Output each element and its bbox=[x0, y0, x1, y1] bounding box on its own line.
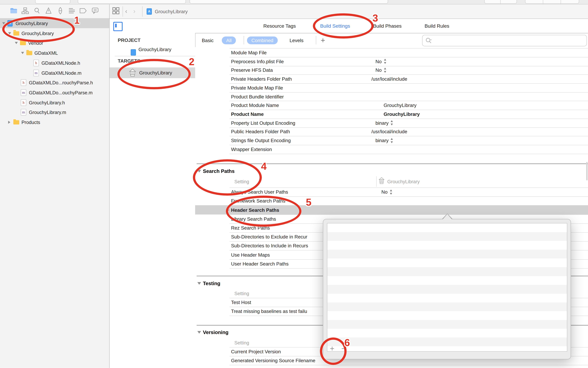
section-disclosure-icon[interactable] bbox=[197, 331, 201, 334]
navigator-row[interactable]: hGrouchyLibrary.h bbox=[0, 97, 109, 107]
toolbar-button-divider bbox=[500, 0, 501, 4]
navigator-item-label: GrouchyLibrary.m bbox=[29, 110, 66, 115]
navigator-row[interactable]: mGDataXMLNode.m bbox=[0, 68, 109, 78]
setting-value[interactable]: /usr/local/include bbox=[371, 129, 407, 135]
section-title-versioning[interactable]: Versioning bbox=[203, 330, 228, 335]
setting-label[interactable]: Product Bundle Identifier bbox=[231, 94, 284, 99]
setting-label[interactable]: Preprocess Info.plist File bbox=[231, 59, 284, 64]
project-item-icon bbox=[131, 49, 136, 55]
setting-label[interactable]: Private Module Map File bbox=[231, 85, 283, 91]
related-items-icon[interactable] bbox=[112, 7, 119, 16]
setting-label[interactable]: Module Map File bbox=[231, 50, 267, 55]
stepper-icon[interactable] bbox=[389, 189, 393, 194]
m-file-icon: m bbox=[21, 89, 26, 96]
row-separator bbox=[230, 365, 588, 365]
navigator-row[interactable]: GDataXML bbox=[0, 48, 109, 58]
row-separator bbox=[230, 66, 588, 66]
setting-value[interactable]: /usr/local/include bbox=[371, 76, 407, 82]
add-build-setting-button[interactable]: + bbox=[321, 36, 325, 45]
navigator-row[interactable]: mGDataXMLDo...ouchyParse.m bbox=[0, 88, 109, 98]
setting-value[interactable]: binary bbox=[375, 120, 394, 126]
setting-label[interactable]: Sub-Directories to Exclude in Recur bbox=[231, 234, 307, 239]
project-item[interactable]: GrouchyLibrary bbox=[138, 47, 172, 52]
navigator-row[interactable]: mGrouchyLibrary.m bbox=[0, 107, 109, 117]
navigator-item-label: GDataXMLDo...rouchyParse.h bbox=[29, 80, 93, 85]
test-navigator-icon[interactable] bbox=[57, 7, 63, 16]
forward-chevron-icon[interactable]: › bbox=[133, 8, 136, 15]
row-separator bbox=[230, 57, 588, 57]
tab-resource-tags[interactable]: Resource Tags bbox=[263, 23, 296, 29]
stepper-icon[interactable] bbox=[383, 59, 387, 64]
annotation-number-4: 4 bbox=[261, 161, 267, 172]
h-file-icon: h bbox=[33, 60, 39, 66]
setting-label[interactable]: Product Module Name bbox=[231, 102, 279, 108]
filter-all[interactable]: All bbox=[222, 36, 236, 44]
setting-value[interactable]: GrouchyLibrary bbox=[384, 102, 416, 108]
annotation-ellipse-1 bbox=[2, 16, 75, 42]
settings-scrollbar[interactable] bbox=[586, 162, 588, 180]
project-doc-icon: A bbox=[147, 9, 152, 15]
toolbar-button-sliver bbox=[525, 0, 579, 4]
stepper-icon[interactable] bbox=[383, 68, 387, 73]
breakpoint-navigator-icon[interactable] bbox=[80, 8, 87, 15]
stepper-icon[interactable] bbox=[390, 120, 394, 126]
popover-value-table[interactable] bbox=[327, 223, 567, 352]
column-header-target: GrouchyLibrary bbox=[387, 179, 420, 184]
setting-label[interactable]: Wrapper Extension bbox=[231, 147, 272, 152]
row-separator bbox=[230, 136, 588, 137]
folder-icon bbox=[20, 41, 26, 45]
setting-label[interactable]: Generated Versioning Source Filename bbox=[231, 358, 315, 363]
issue-navigator-icon[interactable] bbox=[45, 7, 52, 16]
target-library-icon bbox=[379, 177, 385, 186]
row-separator bbox=[230, 196, 588, 197]
section-separator bbox=[197, 163, 588, 164]
symbol-navigator-icon[interactable] bbox=[22, 7, 29, 16]
disclosure-down-icon[interactable] bbox=[21, 52, 24, 54]
project-navigator: AGrouchyLibraryGrouchyLibraryVendorGData… bbox=[0, 19, 109, 368]
toolbar-button-sliver bbox=[190, 0, 388, 4]
navigator-row[interactable]: hGDataXMLDo...rouchyParse.h bbox=[0, 78, 109, 88]
disclosure-down-icon[interactable] bbox=[15, 42, 18, 44]
find-navigator-icon[interactable] bbox=[34, 7, 40, 16]
setting-label[interactable]: Public Headers Folder Path bbox=[231, 129, 290, 135]
disclosure-down-icon[interactable] bbox=[2, 22, 5, 24]
setting-label[interactable]: Sub-Directories to Include in Recurs bbox=[231, 243, 308, 248]
section-disclosure-icon[interactable] bbox=[197, 282, 201, 285]
editor-pane-toggle-icon[interactable] bbox=[113, 22, 123, 31]
disclosure-right-icon[interactable] bbox=[8, 121, 10, 124]
setting-label[interactable]: Preserve HFS Data bbox=[231, 67, 273, 73]
setting-label[interactable]: Test Host bbox=[231, 300, 251, 305]
setting-value[interactable]: GrouchyLibrary bbox=[384, 111, 420, 117]
annotation-ellipse-2 bbox=[117, 59, 191, 89]
project-navigator-icon[interactable] bbox=[10, 8, 18, 15]
section-title-testing[interactable]: Testing bbox=[203, 281, 220, 286]
setting-label[interactable]: Treat missing baselines as test failu bbox=[231, 308, 307, 314]
setting-label[interactable]: Strings file Output Encoding bbox=[231, 138, 291, 143]
setting-label[interactable]: Current Project Version bbox=[231, 349, 281, 354]
tab-build-rules[interactable]: Build Rules bbox=[425, 23, 449, 29]
search-input[interactable] bbox=[422, 35, 587, 46]
stepper-icon[interactable] bbox=[390, 138, 394, 143]
setting-value[interactable]: No bbox=[375, 59, 387, 64]
setting-label[interactable]: Private Headers Folder Path bbox=[231, 76, 292, 82]
filter-combined[interactable]: Combined bbox=[247, 36, 278, 44]
back-chevron-icon[interactable]: ‹ bbox=[125, 8, 127, 15]
setting-label[interactable]: Property List Output Encoding bbox=[231, 120, 295, 126]
setting-value[interactable]: No bbox=[375, 67, 387, 73]
debug-navigator-icon[interactable] bbox=[69, 8, 75, 15]
main-toolbar-bottom-sliver bbox=[0, 0, 588, 4]
filter-basic[interactable]: Basic bbox=[202, 37, 214, 43]
row-separator bbox=[230, 83, 588, 84]
navigator-row[interactable]: Products bbox=[0, 117, 109, 127]
setting-value[interactable]: binary bbox=[375, 138, 394, 143]
setting-label[interactable]: Product Name bbox=[231, 111, 264, 117]
navigator-row[interactable]: hGDataXMLNode.h bbox=[0, 58, 109, 68]
setting-value[interactable]: No bbox=[381, 189, 393, 195]
navigator-and-jump-bar: ‹ › A GrouchyLibrary bbox=[0, 4, 588, 19]
toolbar-button-divider bbox=[543, 0, 543, 4]
setting-label[interactable]: User Header Search Paths bbox=[231, 261, 289, 267]
setting-label[interactable]: Use Header Maps bbox=[231, 252, 270, 258]
jump-bar-document[interactable]: GrouchyLibrary bbox=[155, 9, 188, 14]
report-navigator-icon[interactable] bbox=[92, 8, 98, 15]
filter-levels[interactable]: Levels bbox=[289, 37, 304, 43]
